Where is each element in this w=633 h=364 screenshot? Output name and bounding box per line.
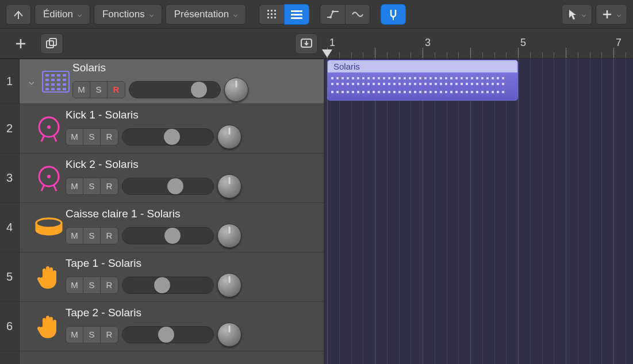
pointer-icon: [568, 9, 577, 20]
sub-track-header[interactable]: Caisse claire 1 - Solaris M S R: [20, 203, 324, 252]
track-name: Tape 2 - Solaris: [66, 306, 318, 319]
mute-button[interactable]: M: [66, 178, 83, 194]
record-button[interactable]: R: [101, 327, 118, 343]
svg-point-42: [47, 175, 51, 178]
mute-button[interactable]: M: [66, 129, 83, 145]
track-number[interactable]: 1: [0, 59, 19, 104]
record-button[interactable]: R: [101, 228, 118, 244]
volume-slider[interactable]: [122, 128, 214, 145]
main-area: 123456 ⌵ Solaris M S R Kick 1 - Solaris …: [0, 29, 633, 364]
msr-group: M S R: [66, 326, 118, 343]
msr-group: M S R: [72, 81, 125, 98]
record-button[interactable]: R: [101, 129, 118, 145]
track-number[interactable]: 2: [0, 104, 19, 154]
track-info: Kick 1 - Solaris M S R: [66, 109, 318, 149]
mute-button[interactable]: M: [66, 277, 83, 293]
record-button[interactable]: R: [101, 178, 118, 194]
nav-back-button[interactable]: [6, 4, 31, 25]
record-button[interactable]: R: [101, 277, 118, 293]
arrange-area[interactable]: 1357 Solaris: [324, 29, 633, 364]
import-icon: [300, 38, 313, 49]
track-controls: M S R: [66, 224, 318, 248]
list-icon: [291, 10, 302, 19]
snap-button[interactable]: [381, 4, 406, 25]
disclosure-triangle[interactable]: ⌵: [24, 76, 39, 87]
track-number[interactable]: 3: [0, 154, 19, 203]
volume-slider[interactable]: [122, 227, 214, 244]
grid-view-button[interactable]: [259, 4, 284, 25]
svg-point-38: [47, 125, 51, 129]
playhead[interactable]: [322, 49, 332, 58]
svg-rect-27: [45, 83, 49, 86]
svg-rect-6: [267, 17, 269, 18]
msr-group: M S R: [66, 128, 118, 145]
svg-line-40: [41, 185, 44, 191]
secondary-tool-menu[interactable]: ⌵: [596, 4, 627, 25]
master-track-header[interactable]: ⌵ Solaris M S R: [20, 59, 324, 104]
svg-rect-1: [271, 10, 273, 12]
pan-knob[interactable]: [217, 224, 241, 248]
pan-knob[interactable]: [217, 273, 241, 297]
region-name: Solaris: [328, 60, 517, 72]
duplicate-track-button[interactable]: [40, 33, 63, 54]
track-number[interactable]: 6: [0, 302, 19, 351]
sub-track-header[interactable]: Tape 2 - Solaris M S R: [20, 302, 324, 351]
pan-knob[interactable]: [217, 125, 241, 149]
track-action-row: [0, 29, 324, 59]
presentation-menu[interactable]: Présentation⌵: [166, 4, 246, 25]
volume-slider[interactable]: [122, 277, 214, 294]
track-controls: M S R: [72, 78, 318, 102]
pan-knob[interactable]: [217, 174, 241, 198]
svg-rect-0: [267, 10, 269, 12]
timeline-ruler[interactable]: 1357: [324, 29, 633, 59]
main-toolbar: Édition⌵ Fonctions⌵ Présentation⌵ ⌵ ⌵: [0, 0, 633, 29]
ruler-bar-number: 7: [616, 37, 622, 49]
grid-icon: [267, 9, 277, 20]
solo-button[interactable]: S: [83, 277, 101, 293]
track-number[interactable]: 5: [0, 252, 19, 302]
arrange-grid[interactable]: Solaris: [324, 59, 633, 364]
svg-rect-9: [291, 10, 302, 12]
record-button[interactable]: R: [108, 82, 125, 98]
automation-button[interactable]: [320, 4, 345, 25]
add-track-button[interactable]: [9, 33, 32, 54]
track-icon: [32, 112, 66, 145]
pan-knob[interactable]: [224, 78, 248, 102]
pointer-tool-menu[interactable]: ⌵: [562, 4, 592, 25]
volume-slider[interactable]: [122, 178, 214, 195]
solo-button[interactable]: S: [90, 82, 108, 98]
functions-menu[interactable]: Fonctions⌵: [94, 4, 162, 25]
list-view-button[interactable]: [284, 4, 309, 25]
svg-rect-32: [51, 88, 55, 90]
import-button[interactable]: [295, 33, 318, 54]
sub-track-header[interactable]: Kick 2 - Solaris M S R: [20, 154, 324, 203]
track-controls: M S R: [66, 273, 318, 297]
chevron-down-icon: ⌵: [233, 10, 237, 18]
track-info: Tape 1 - Solaris M S R: [66, 257, 318, 297]
flex-button[interactable]: [345, 4, 370, 25]
solo-button[interactable]: S: [83, 178, 101, 194]
track-number[interactable]: 4: [0, 203, 19, 252]
svg-rect-34: [63, 88, 66, 90]
svg-rect-29: [57, 83, 60, 86]
solo-button[interactable]: S: [83, 129, 101, 145]
region-body: [328, 72, 517, 100]
track-name: Solaris: [72, 62, 318, 74]
edit-menu[interactable]: Édition⌵: [34, 4, 90, 25]
sub-track-header[interactable]: Tape 1 - Solaris M S R: [20, 252, 324, 302]
volume-slider[interactable]: [129, 81, 221, 98]
svg-rect-4: [271, 13, 273, 15]
solo-button[interactable]: S: [83, 327, 101, 343]
sub-track-header[interactable]: Kick 1 - Solaris M S R: [20, 104, 324, 154]
solo-button[interactable]: S: [83, 228, 101, 244]
svg-rect-3: [267, 13, 269, 15]
volume-slider[interactable]: [122, 326, 214, 343]
mute-button[interactable]: M: [66, 228, 83, 244]
mute-button[interactable]: M: [66, 327, 83, 343]
pan-knob[interactable]: [217, 323, 241, 347]
track-info: Kick 2 - Solaris M S R: [66, 158, 318, 198]
mute-button[interactable]: M: [73, 82, 90, 98]
view-mode-group: [259, 4, 309, 25]
track-icon: [32, 162, 66, 195]
midi-region[interactable]: Solaris: [327, 60, 518, 101]
